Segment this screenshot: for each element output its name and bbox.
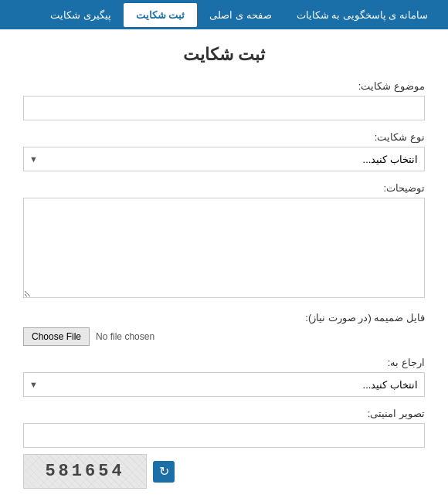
- navbar: سامانه ی پاسخگویی به شکایات صفحه ی اصلی …: [0, 0, 448, 29]
- nav-brand[interactable]: سامانه ی پاسخگویی به شکایات: [284, 3, 440, 27]
- type-group: نوع شکایت: انتخاب کنید... ▼: [23, 131, 425, 171]
- captcha-label: تصویر امنیتی:: [23, 408, 425, 419]
- type-select-wrapper: انتخاب کنید... ▼: [23, 147, 425, 171]
- captcha-section: تصویر امنیتی: ↻ 581654: [23, 408, 425, 489]
- referral-select-wrapper: انتخاب کنید... ▼: [23, 372, 425, 397]
- nav-item-register[interactable]: ثبت شکایت: [124, 3, 198, 27]
- refresh-icon: ↻: [159, 464, 169, 479]
- captcha-input[interactable]: [23, 423, 425, 448]
- description-label: توضیحات:: [23, 182, 425, 194]
- page-title: ثبت شکایت: [23, 45, 425, 65]
- choose-file-button[interactable]: Choose File: [23, 327, 90, 346]
- subject-group: موضوع شکایت:: [23, 80, 425, 120]
- type-label: نوع شکایت:: [23, 131, 425, 143]
- subject-label: موضوع شکایت:: [23, 80, 425, 92]
- referral-group: ارجاع به: انتخاب کنید... ▼: [23, 357, 425, 397]
- subject-input[interactable]: [23, 96, 425, 120]
- file-label: فایل ضمیمه (در صورت نیاز):: [23, 312, 425, 324]
- nav-item-followup[interactable]: پیگیری شکایت: [38, 3, 124, 27]
- referral-label: ارجاع به:: [23, 357, 425, 368]
- description-textarea[interactable]: [23, 198, 425, 298]
- description-group: توضیحات:: [23, 182, 425, 301]
- captcha-display: 581654: [23, 454, 147, 489]
- no-file-text: No file chosen: [96, 331, 154, 342]
- type-select[interactable]: انتخاب کنید...: [23, 147, 425, 171]
- captcha-refresh-button[interactable]: ↻: [153, 461, 175, 483]
- referral-select[interactable]: انتخاب کنید...: [23, 372, 425, 397]
- nav-item-home[interactable]: صفحه ی اصلی: [197, 3, 283, 27]
- file-input-wrapper: No file chosen Choose File: [23, 327, 425, 346]
- captcha-image-row: ↻ 581654: [23, 454, 425, 489]
- main-content: ثبت شکایت موضوع شکایت: نوع شکایت: انتخاب…: [0, 29, 448, 498]
- file-section: فایل ضمیمه (در صورت نیاز): No file chose…: [23, 312, 425, 346]
